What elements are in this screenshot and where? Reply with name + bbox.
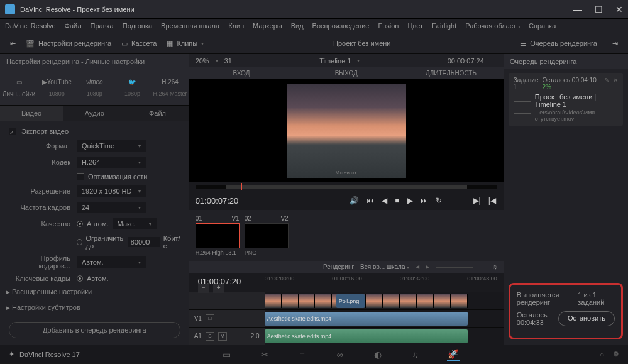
quality-max-dropdown[interactable]: Макс.▾ [113, 218, 157, 229]
menu-item[interactable]: Вид [291, 22, 304, 30]
menu-item[interactable]: Fairlight [432, 22, 456, 30]
out-label: ВЫХОД [300, 70, 392, 77]
next-clip-icon[interactable]: ⏭ [419, 195, 429, 206]
page-fusion-icon[interactable]: ∞ [334, 348, 346, 361]
queue-header: Очередь рендеринга [504, 54, 628, 69]
zoom-slider[interactable] [436, 267, 473, 268]
menu-item[interactable]: DaVinci Resolve [5, 22, 56, 30]
stop-icon[interactable]: ■ [394, 195, 400, 206]
zoom-level[interactable]: 20% [196, 57, 209, 65]
expand-icon[interactable]: ⇤ [5, 37, 21, 50]
tab-video[interactable]: Видео [0, 106, 63, 121]
render-queue-button[interactable]: ☰ Очередь рендеринга [515, 37, 602, 50]
profile-dropdown[interactable]: Автом.▾ [77, 256, 146, 268]
thumb-2[interactable]: 02V2 PNG [245, 215, 289, 256]
tab-file[interactable]: Файл [126, 106, 189, 121]
status-remaining: Осталось 00:04:33 [517, 311, 558, 326]
maximize-icon[interactable]: ☐ [595, 4, 603, 14]
preset-row: ▭ Личн...ойки ▶YouTube 1080p vimeo 1080p… [0, 69, 189, 106]
go-start-icon[interactable]: |◀ [487, 195, 497, 206]
clips-button[interactable]: ▦ Клипы ▾ [162, 37, 209, 50]
render-job[interactable]: Задание 1 Осталось 00:04:10 2% ✎✕ Проект… [509, 73, 623, 126]
page-color-icon[interactable]: ◐ [372, 348, 384, 361]
clip-video-main[interactable]: Aesthetic skate edits.mp4 [265, 312, 468, 326]
expand-right-icon[interactable]: ⇥ [607, 37, 623, 50]
menu-item[interactable]: Маркеры [253, 22, 282, 30]
clip-audio-main[interactable]: Aesthetic skate edits.mp4 [265, 329, 468, 343]
scrubber[interactable] [196, 185, 497, 189]
resolution-label: Разрешение [9, 187, 77, 195]
thumb-1[interactable]: 01V1 H.264 High L3.1 [196, 215, 240, 256]
page-fairlight-icon[interactable]: ♫ [409, 348, 422, 361]
timeline-options-icon[interactable]: ⋯ [480, 263, 486, 270]
prev-clip-icon[interactable]: ⏮ [365, 195, 375, 206]
timeline-name[interactable]: Timeline 1 [319, 57, 351, 65]
minimize-icon[interactable]: — [573, 4, 582, 14]
menu-item[interactable]: Fusion [378, 22, 399, 30]
youtube-icon: ▶YouTube [38, 75, 75, 88]
menu-item[interactable]: Временная шкала [161, 22, 219, 30]
clip-poll[interactable]: Poll.png [336, 294, 365, 308]
preset-h264[interactable]: H.264 H.264 Master [151, 75, 189, 99]
remove-icon[interactable]: ✕ [613, 77, 618, 91]
network-opt-checkbox[interactable] [77, 173, 84, 180]
quality-auto-radio[interactable] [77, 221, 83, 227]
preset-youtube[interactable]: ▶YouTube 1080p [38, 75, 75, 99]
format-dropdown[interactable]: QuickTime▾ [77, 140, 146, 152]
render-scale-dropdown[interactable]: Вся вр... шкала ▾ [360, 263, 409, 270]
music-icon[interactable]: ♫ [492, 263, 497, 270]
profile-label: Профиль кодиров... [9, 255, 77, 270]
export-video-checkbox[interactable] [9, 128, 16, 135]
preset-custom[interactable]: ▭ Личн...ойки [0, 75, 38, 99]
options-icon[interactable]: ⋯ [490, 57, 497, 65]
page-deliver-icon[interactable]: 🚀 [447, 348, 460, 361]
vimeo-icon: vimeo [75, 75, 113, 88]
codec-dropdown[interactable]: H.264▾ [77, 157, 146, 168]
menu-item[interactable]: Файл [65, 22, 82, 30]
bitrate-input[interactable] [128, 237, 160, 247]
chevron-right-icon[interactable]: ▶ [426, 264, 429, 270]
edit-icon[interactable]: ✎ [604, 77, 609, 91]
framerate-dropdown[interactable]: 24▾ [77, 202, 146, 213]
resolution-dropdown[interactable]: 1920 x 1080 HD▾ [77, 185, 146, 197]
add-to-queue-button[interactable]: Добавить в очередь рендеринга [9, 322, 180, 338]
tape-button[interactable]: ▭ Кассета [116, 37, 162, 50]
loop-icon[interactable]: ↻ [434, 195, 443, 206]
menu-item[interactable]: Рабочая область [465, 22, 520, 30]
job-title: Проект без имени | Timeline 1 [535, 93, 618, 108]
subtitle-settings-expand[interactable]: ▸ Настройки субтитров [0, 300, 189, 316]
track-enable-icon[interactable]: □ [206, 314, 214, 323]
home-icon[interactable]: ⌂ [600, 350, 604, 358]
page-media-icon[interactable]: ▭ [221, 348, 233, 361]
menu-item[interactable]: Клип [228, 22, 244, 30]
keyframes-auto-radio[interactable] [77, 275, 83, 282]
render-settings-button[interactable]: 🎬 Настройки рендеринга [21, 37, 116, 50]
advanced-settings-expand[interactable]: ▸ Расширенные настройки [0, 284, 189, 300]
preset-vimeo[interactable]: vimeo 1080p [75, 75, 113, 99]
quality-limit-radio[interactable] [77, 239, 82, 245]
solo-button[interactable]: S [206, 332, 214, 341]
clapperboard-icon: 🎬 [26, 40, 35, 48]
volume-icon[interactable]: 🔊 [348, 195, 360, 206]
go-end-icon[interactable]: ▶| [472, 195, 482, 206]
viewer[interactable]: Mxrevoxx [189, 79, 504, 182]
stop-render-button[interactable]: Остановить [558, 311, 615, 326]
play-icon[interactable]: ▶ [406, 195, 414, 206]
timeline-ruler[interactable]: 01:00:00:00 01:00:16:00 01:00:32:00 01:0… [189, 273, 504, 282]
playhead[interactable] [241, 183, 242, 190]
menu-item[interactable]: Цвет [407, 22, 423, 30]
mute-button[interactable]: M [218, 332, 227, 341]
menu-item[interactable]: Правка [91, 22, 114, 30]
settings-icon[interactable]: ⚙ [613, 350, 619, 358]
tab-audio[interactable]: Аудио [63, 106, 126, 121]
menu-item[interactable]: Воспроизведение [312, 22, 370, 30]
menu-item[interactable]: Подгонка [123, 22, 152, 30]
chevron-left-icon[interactable]: ◀ [416, 264, 419, 270]
viewer-timecode: 00:00:07:24 [448, 57, 484, 65]
close-icon[interactable]: ✕ [615, 4, 623, 14]
step-back-icon[interactable]: ◀ [380, 195, 388, 206]
menu-item[interactable]: Справка [529, 22, 556, 30]
preset-twitter[interactable]: 🐦 1080p [113, 75, 151, 99]
page-edit-icon[interactable]: ≡ [296, 348, 309, 361]
page-cut-icon[interactable]: ✂ [258, 348, 271, 361]
